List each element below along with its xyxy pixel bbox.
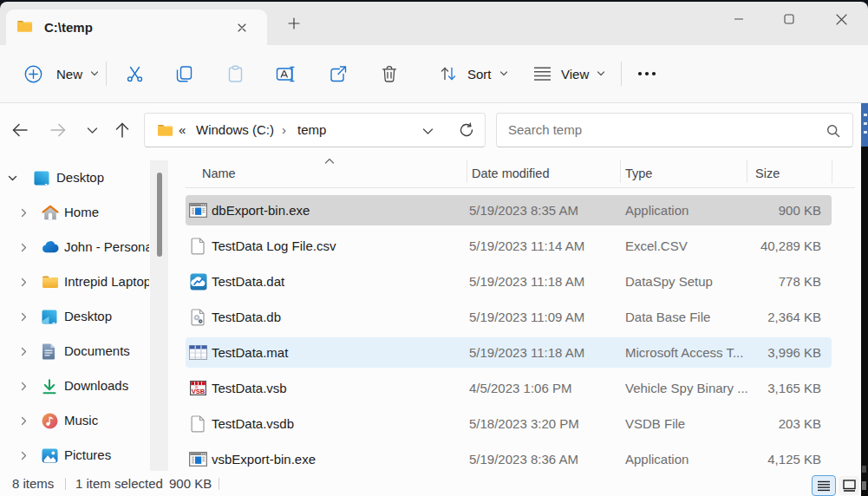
documents-icon — [42, 334, 55, 369]
chevron-right-icon[interactable] — [19, 243, 29, 252]
tab-close-button[interactable] — [230, 16, 254, 39]
minimize-button[interactable] — [719, 2, 759, 36]
file-size: 3,165 KB — [747, 370, 821, 406]
sidebar-item-label: Desktop — [56, 160, 104, 195]
maximize-button[interactable] — [769, 2, 809, 36]
plus-circle-icon — [24, 65, 42, 83]
address-bar[interactable]: « Windows (C:) › temp — [144, 113, 486, 147]
up-button[interactable] — [109, 117, 135, 143]
sidebar-item[interactable]: Intrepid Laptop — [0, 264, 149, 299]
more-options-button[interactable] — [637, 45, 656, 102]
column-headers: Name Date modified Type Size — [186, 157, 855, 188]
rename-icon — [276, 65, 297, 83]
file-row[interactable]: dbExport-bin.exe 5/19/2023 8:35 AM Appli… — [186, 193, 832, 228]
chevron-right-icon[interactable] — [19, 382, 29, 391]
sidebar-scrollbar[interactable] — [150, 160, 168, 471]
copy-button[interactable] — [175, 45, 193, 102]
file-name: TestData.vsb — [212, 370, 287, 406]
file-row[interactable]: TestData.vsdb 5/18/2023 3:20 PM VSDB Fil… — [186, 406, 832, 441]
details-view-button[interactable] — [812, 475, 836, 496]
chevron-right-icon[interactable] — [19, 277, 29, 287]
column-divider[interactable] — [832, 160, 832, 183]
sidebar-item[interactable]: Desktop — [0, 299, 149, 334]
refresh-button[interactable] — [459, 122, 474, 138]
view-button-label: View — [561, 67, 589, 82]
breadcrumb-drive[interactable]: Windows (C:) — [196, 114, 274, 147]
new-button-label: New — [56, 67, 82, 82]
chevron-right-icon[interactable] — [19, 416, 29, 426]
chevron-right-icon[interactable] — [19, 312, 29, 322]
file-size: 3,996 KB — [747, 335, 821, 370]
file-row[interactable]: VSB TestData.vsb 4/5/2023 1:06 PM Vehicl… — [186, 370, 832, 406]
column-divider[interactable] — [747, 160, 747, 183]
close-button[interactable] — [821, 2, 861, 36]
navigation-pane: Desktop Home John - Persona — [0, 160, 149, 473]
breadcrumb-overflow[interactable]: « — [179, 114, 186, 147]
chevron-down-icon[interactable] — [8, 173, 17, 183]
column-header-size[interactable]: Size — [755, 157, 780, 190]
chevron-right-icon[interactable] — [19, 451, 29, 460]
file-row[interactable]: TestData.mat 5/19/2023 11:18 AM Microsof… — [186, 335, 832, 370]
database-icon — [189, 299, 207, 335]
document-icon — [189, 228, 207, 264]
file-size: 2,364 KB — [747, 299, 821, 335]
file-row[interactable]: TestData.dat 5/19/2023 11:18 AM DataSpy … — [186, 264, 832, 299]
sidebar-item[interactable]: Documents — [0, 334, 149, 369]
tab-title: C:\temp — [44, 10, 93, 45]
sidebar-item[interactable]: Home — [0, 195, 149, 230]
file-row[interactable]: TestData Log File.csv 5/19/2023 11:14 AM… — [186, 228, 832, 264]
column-divider[interactable] — [620, 160, 621, 183]
new-tab-button[interactable] — [281, 11, 307, 36]
sidebar-item[interactable]: Downloads — [0, 369, 149, 403]
column-header-name[interactable]: Name — [202, 157, 236, 190]
file-row[interactable]: TestData.db 5/19/2023 11:09 AM Data Base… — [186, 299, 832, 335]
sidebar-item[interactable]: Pictures — [0, 438, 149, 473]
sidebar-item-label: Intrepid Laptop — [64, 264, 149, 299]
file-name: TestData.dat — [212, 264, 284, 299]
rename-button[interactable] — [276, 45, 297, 102]
file-explorer-window: C:\temp New — [0, 2, 868, 496]
file-type: VSDB File — [625, 406, 685, 441]
file-date-modified: 5/18/2023 3:20 PM — [469, 406, 579, 441]
column-header-date-modified[interactable]: Date modified — [472, 157, 549, 190]
sort-button[interactable]: Sort — [440, 45, 508, 102]
ellipsis-icon — [637, 71, 656, 76]
sort-button-label: Sort — [467, 67, 492, 82]
cut-button[interactable] — [126, 45, 144, 102]
file-row[interactable]: vsbExport-bin.exe 5/19/2023 8:36 AM Appl… — [186, 441, 832, 477]
view-button[interactable]: View — [533, 45, 605, 102]
file-date-modified: 4/5/2023 1:06 PM — [469, 370, 571, 406]
search-box[interactable]: Search temp — [496, 113, 853, 147]
new-button[interactable]: New — [24, 45, 99, 102]
delete-button[interactable] — [381, 45, 398, 102]
paste-button[interactable] — [226, 45, 245, 102]
breadcrumb-current[interactable]: temp — [297, 114, 326, 147]
dataspy-icon — [189, 264, 207, 299]
file-rows: dbExport-bin.exe 5/19/2023 8:35 AM Appli… — [186, 193, 832, 477]
file-name: TestData.db — [212, 299, 281, 335]
sidebar-item[interactable]: Desktop — [0, 160, 149, 195]
sidebar-item-label: Downloads — [64, 369, 128, 403]
share-button[interactable] — [329, 45, 348, 102]
chevron-down-icon — [597, 69, 605, 78]
tab-c-temp[interactable]: C:\temp — [6, 10, 267, 45]
sidebar-item-label: Pictures — [64, 438, 111, 473]
background-window-edge — [861, 103, 868, 496]
sidebar-item[interactable]: John - Persona — [0, 230, 149, 264]
column-header-type[interactable]: Type — [625, 157, 652, 190]
status-divider — [219, 478, 219, 490]
sidebar-item[interactable]: Music — [0, 403, 149, 438]
large-icons-view-button[interactable] — [839, 476, 859, 495]
search-icon[interactable] — [826, 124, 840, 138]
file-date-modified: 5/19/2023 8:35 AM — [469, 193, 578, 228]
table-icon — [189, 335, 207, 370]
sidebar-scrollbar-thumb[interactable] — [157, 173, 162, 257]
status-divider — [65, 478, 66, 490]
forward-button[interactable] — [45, 117, 71, 143]
column-divider[interactable] — [467, 160, 467, 183]
chevron-right-icon[interactable] — [19, 347, 29, 356]
recent-locations-button[interactable] — [79, 117, 105, 143]
back-button[interactable] — [7, 117, 33, 143]
chevron-right-icon[interactable] — [19, 208, 29, 218]
address-dropdown-button[interactable] — [422, 126, 434, 137]
